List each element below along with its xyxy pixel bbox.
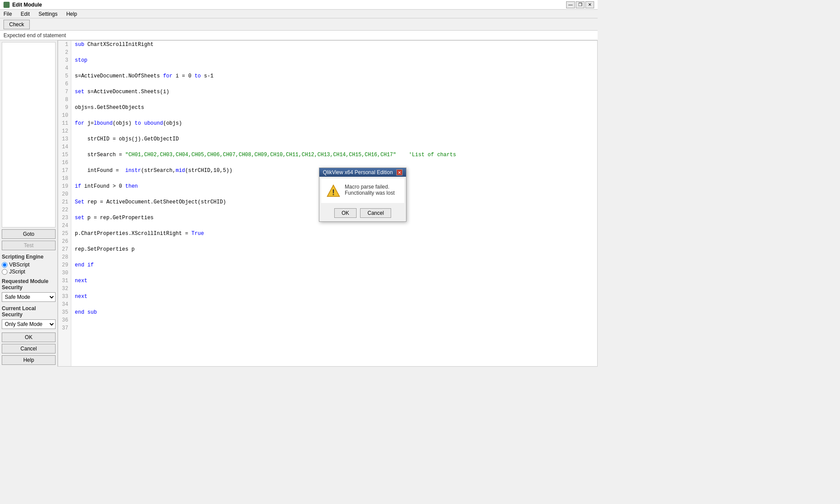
status-message: Expected end of statement: [4, 32, 66, 38]
menu-bar: File Edit Settings Help: [0, 10, 598, 18]
jscript-label: JScript: [9, 269, 25, 275]
current-security-dropdown[interactable]: Only Safe Mode Safe Mode System Access: [2, 319, 56, 329]
dialog-body: ! Macro parse failed. Functionality was …: [321, 178, 404, 203]
jscript-option[interactable]: JScript: [2, 269, 56, 275]
dialog-box: QlikView x64 Personal Edition ✕ ! Macro …: [319, 168, 406, 222]
editor-area[interactable]: 12345 678910 1112131415 1617181920 21222…: [58, 40, 598, 367]
cancel-button[interactable]: Cancel: [2, 344, 56, 354]
test-button[interactable]: Test: [2, 241, 56, 250]
goto-button[interactable]: Goto: [2, 229, 56, 239]
vbscript-label: VBScript: [9, 262, 30, 268]
ok-button[interactable]: OK: [2, 332, 56, 342]
bottom-buttons: OK Cancel Help: [2, 332, 56, 365]
dialog-message-text: Macro parse failed. Functionality was lo…: [345, 184, 399, 196]
close-button[interactable]: ✕: [585, 1, 594, 8]
vbscript-option[interactable]: VBScript: [2, 262, 56, 268]
left-panel-preview: [2, 42, 56, 228]
menu-help[interactable]: Help: [64, 10, 79, 18]
requested-security-label: Requested Module Security: [2, 278, 56, 290]
menu-edit[interactable]: Edit: [19, 10, 32, 18]
dialog-close-button[interactable]: ✕: [396, 169, 402, 175]
menu-file[interactable]: File: [2, 10, 14, 18]
window-controls: — ❐ ✕: [566, 1, 594, 8]
requested-security-dropdown[interactable]: Safe Mode System Access No Security: [2, 292, 56, 302]
dialog-title-text: QlikView x64 Personal Edition: [323, 169, 393, 175]
svg-text:!: !: [332, 188, 335, 197]
jscript-radio[interactable]: [2, 269, 7, 275]
dialog-ok-button[interactable]: OK: [334, 208, 357, 218]
status-bar: Expected end of statement: [0, 31, 598, 40]
scripting-engine-group: VBScript JScript: [2, 262, 56, 275]
main-layout: Goto Test Scripting Engine VBScript JScr…: [0, 40, 598, 367]
dialog-title-bar: QlikView x64 Personal Edition ✕: [319, 168, 406, 177]
menu-settings[interactable]: Settings: [37, 10, 59, 18]
dialog-cancel-button[interactable]: Cancel: [360, 208, 391, 218]
help-button[interactable]: Help: [2, 355, 56, 365]
app-icon: [4, 2, 10, 8]
left-panel: Goto Test Scripting Engine VBScript JScr…: [0, 40, 58, 367]
scripting-engine-label: Scripting Engine: [2, 254, 56, 260]
warning-icon: !: [326, 184, 340, 198]
check-button[interactable]: Check: [4, 20, 30, 29]
line-numbers: 12345 678910 1112131415 1617181920 21222…: [58, 41, 71, 366]
title-bar: Edit Module — ❐ ✕: [0, 0, 598, 10]
left-panel-buttons: Goto Test: [2, 229, 56, 250]
dialog-buttons: OK Cancel: [319, 205, 406, 221]
minimize-button[interactable]: —: [566, 1, 575, 8]
toolbar: Check: [0, 18, 598, 31]
window-title: Edit Module: [12, 2, 42, 8]
current-security-label: Current Local Security: [2, 305, 56, 318]
restore-button[interactable]: ❐: [576, 1, 584, 8]
vbscript-radio[interactable]: [2, 262, 7, 268]
